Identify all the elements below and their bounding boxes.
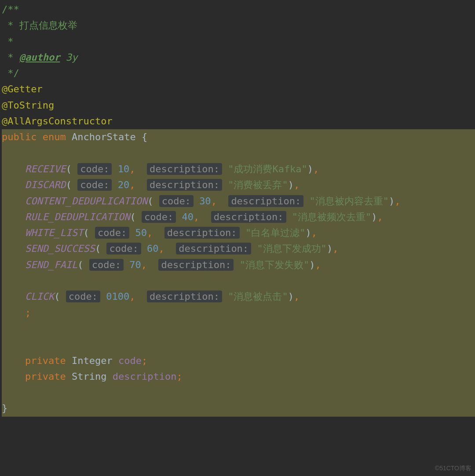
enum-constant: CLICK <box>25 291 54 302</box>
javadoc-line: * <box>2 52 19 63</box>
param-hint-code: code: <box>159 195 194 207</box>
keyword-private: private <box>25 371 66 382</box>
javadoc-open: /** <box>2 4 19 15</box>
annotation-getter: @Getter <box>2 84 43 94</box>
param-hint-description: description: <box>211 211 286 223</box>
number-literal: 20 <box>118 179 130 190</box>
javadoc-line: * 打点信息枚举 <box>2 20 77 31</box>
string-literal: "白名单过滤" <box>245 227 306 238</box>
string-literal: "成功消费Kafka" <box>228 164 307 174</box>
string-literal: "消息被内容去重" <box>310 196 389 207</box>
javadoc-author-name: 3y <box>60 52 77 63</box>
enum-constant: DISCARD <box>25 179 66 190</box>
number-literal: 10 <box>118 164 130 174</box>
string-literal: "消息下发成功" <box>257 243 327 254</box>
annotation-tostring: @ToString <box>2 100 54 111</box>
number-literal: 60 <box>147 243 159 254</box>
param-hint-code: code: <box>77 163 112 175</box>
string-literal: "消息下发失败" <box>240 259 310 270</box>
javadoc-close: */ <box>2 68 19 79</box>
param-hint-code: code: <box>106 243 141 254</box>
number-literal: 50 <box>135 227 147 238</box>
enum-constant: CONTENT_DEDUPLICATION <box>25 196 147 207</box>
watermark: ©51CTO博客 <box>435 463 471 473</box>
enum-constant: WHITE_LIST <box>25 227 83 238</box>
keyword-enum: enum <box>43 131 66 142</box>
code-block: /** * 打点信息枚举 * * @author 3y */ @Getter @… <box>0 0 475 417</box>
string-literal: "消费被丢弃" <box>228 179 288 190</box>
field-description: description <box>113 371 177 382</box>
enum-constant: RECEIVE <box>25 164 66 174</box>
param-hint-code: code: <box>77 179 112 191</box>
field-code: code <box>118 355 142 366</box>
keyword-private: private <box>25 355 66 366</box>
enum-constant: RULE_DEDUPLICATION <box>25 211 130 222</box>
param-hint-code: code: <box>66 291 100 302</box>
string-literal: "消息被点击" <box>228 291 288 302</box>
param-hint-description: description: <box>228 195 303 207</box>
param-hint-code: code: <box>95 227 129 239</box>
param-hint-description: description: <box>164 227 240 239</box>
javadoc-author-tag: @author <box>19 52 60 63</box>
param-hint-description: description: <box>176 243 251 254</box>
keyword-public: public <box>2 131 37 142</box>
javadoc-line: * <box>2 36 14 47</box>
number-literal: 40 <box>182 211 194 222</box>
param-hint-description: description: <box>158 259 234 271</box>
number-literal: 0100 <box>106 291 129 302</box>
class-name: AnchorState <box>72 131 136 142</box>
enum-terminator: ; <box>25 307 31 318</box>
brace-close: } <box>2 403 7 414</box>
number-literal: 30 <box>199 196 211 207</box>
enum-constant: SEND_SUCCESS <box>25 243 95 254</box>
annotation-allargsconstructor: @AllArgsConstructor <box>2 116 113 127</box>
number-literal: 70 <box>129 259 141 270</box>
param-hint-code: code: <box>89 259 124 271</box>
param-hint-code: code: <box>142 211 176 223</box>
highlighted-region: public enum AnchorState { RECEIVE( code:… <box>2 129 475 416</box>
enum-constant: SEND_FAIL <box>25 259 77 270</box>
param-hint-description: description: <box>147 179 222 191</box>
brace-open: { <box>142 131 147 142</box>
type-integer: Integer <box>72 355 113 366</box>
type-string: String <box>72 371 106 382</box>
string-literal: "消息被频次去重" <box>292 211 372 222</box>
param-hint-description: description: <box>147 291 222 302</box>
param-hint-description: description: <box>147 163 222 175</box>
